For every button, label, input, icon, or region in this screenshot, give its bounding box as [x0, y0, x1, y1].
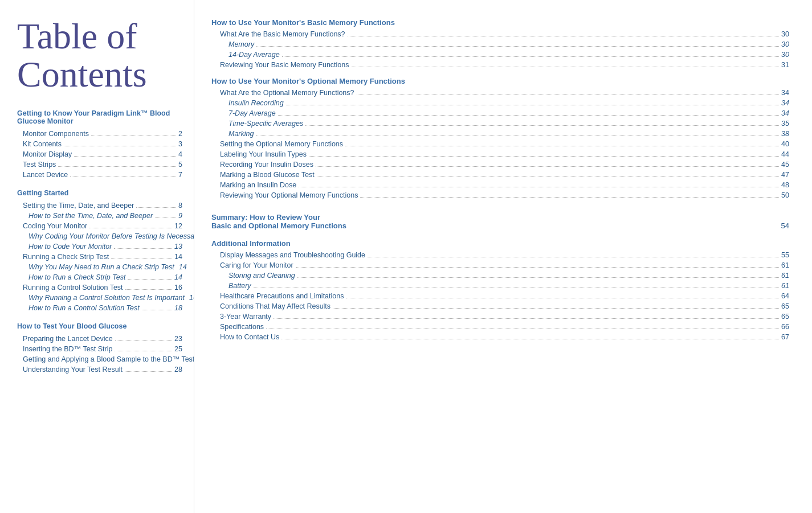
list-item: Caring for Your Monitor61: [211, 260, 789, 270]
dots: [115, 335, 172, 341]
page-number: 50: [781, 191, 789, 199]
dots: [346, 292, 779, 298]
page-number: 40: [781, 140, 789, 148]
left-section-2: Getting Started Setting the Time, Date, …: [17, 189, 182, 313]
dots: [281, 333, 779, 339]
item-label: Lancet Device: [23, 171, 68, 179]
page-number: 61: [781, 282, 789, 290]
page-number: 65: [781, 302, 789, 310]
list-item: What Are the Basic Memory Functions?30: [211, 29, 789, 39]
item-label: Why Running a Control Solution Test Is I…: [28, 294, 185, 302]
list-item: Why Running a Control Solution Test Is I…: [17, 293, 182, 303]
page-number: 13: [174, 243, 182, 251]
dots: [282, 51, 779, 57]
list-item: 7-Day Average34: [211, 108, 789, 118]
page-number: 16: [174, 284, 182, 292]
item-label: How to Contact Us: [220, 333, 279, 341]
list-item: Monitor Display4: [17, 149, 182, 159]
item-label: Setting the Optional Memory Functions: [220, 140, 343, 148]
page-number: 67: [781, 333, 789, 341]
list-item: Lancet Device7: [17, 170, 182, 180]
page-number: 34: [781, 89, 789, 97]
dots: [266, 323, 779, 329]
item-label: How to Code Your Monitor: [28, 243, 112, 251]
page-number: 3: [178, 140, 182, 148]
item-label: Recording Your Insulin Doses: [220, 161, 313, 169]
page-number: 61: [781, 261, 789, 269]
dots: [348, 30, 780, 36]
list-item: 3-Year Warranty65: [211, 311, 789, 322]
page-number: 64: [781, 292, 789, 300]
right-heading-1: How to Use Your Monitor's Optional Memor…: [211, 77, 789, 85]
dots: [333, 302, 779, 309]
page-number: 25: [174, 345, 182, 353]
list-item: Memory30: [211, 39, 789, 50]
list-item: Why You May Need to Run a Check Strip Te…: [17, 262, 182, 272]
right-section-summary: Summary: How to Review Your Basic and Op…: [211, 206, 789, 232]
page-number: 5: [178, 161, 182, 169]
dots: [305, 120, 779, 126]
right-heading-0: How to Use Your Monitor's Basic Memory F…: [211, 18, 789, 27]
item-label: Test Strips: [23, 161, 56, 169]
page-number: 9: [178, 212, 182, 220]
item-label: Reviewing Your Basic Memory Functions: [220, 61, 349, 69]
item-label: Running a Control Solution Test: [23, 284, 123, 292]
page-number: 44: [781, 150, 789, 158]
item-label: How to Run a Check Strip Test: [28, 273, 125, 281]
item-label: Why Coding Your Monitor Before Testing I…: [28, 232, 201, 240]
dots: [111, 253, 172, 259]
item-label: 3-Year Warranty: [220, 313, 271, 321]
dots: [256, 40, 779, 47]
dots: [345, 140, 779, 146]
page-number: 14: [174, 273, 182, 281]
list-item: Insulin Recording34: [211, 98, 789, 108]
item-label: Specifications: [220, 323, 264, 331]
item-label: Display Messages and Troubleshooting Gui…: [220, 251, 365, 259]
right-toc-list-0: What Are the Basic Memory Functions?30Me…: [211, 29, 789, 70]
page-title: Table of Contents: [17, 17, 182, 93]
item-label: Healthcare Precautions and Limitations: [220, 292, 344, 300]
page-number: 45: [781, 161, 789, 169]
dots: [254, 282, 779, 288]
item-label: Why You May Need to Run a Check Strip Te…: [28, 263, 174, 271]
dots: [278, 109, 779, 116]
dots: [274, 313, 779, 319]
item-label: Battery: [228, 282, 251, 290]
summary-heading-line2: Basic and Optional Memory Functions: [211, 221, 346, 230]
dots: [286, 99, 780, 105]
left-heading-3: How to Test Your Blood Glucose: [17, 322, 182, 330]
page-number: 55: [781, 251, 789, 259]
dots: [114, 243, 172, 249]
list-item: Preparing the Lancet Device23: [17, 334, 182, 344]
dots: [136, 202, 176, 208]
list-item: Inserting the BD™ Test Strip25: [17, 344, 182, 354]
right-toc-list-1: What Are the Optional Memory Functions?3…: [211, 88, 789, 200]
list-item: Running a Control Solution Test16: [17, 282, 182, 293]
list-item: Recording Your Insulin Doses45: [211, 159, 789, 170]
page-number: 2: [178, 130, 182, 138]
dots: [89, 222, 172, 228]
dots: [58, 161, 176, 167]
dots: [352, 61, 780, 67]
item-label: Reviewing Your Optional Memory Functions: [220, 191, 358, 199]
page-number: 30: [781, 40, 789, 48]
page-number: 66: [781, 323, 789, 331]
list-item: Storing and Cleaning61: [211, 270, 789, 281]
item-label: How to Set the Time, Date, and Beeper: [28, 212, 153, 220]
page: Table of Contents Getting to Know Your P…: [0, 0, 812, 513]
item-label: Conditions That May Affect Results: [220, 302, 330, 310]
dots: [317, 171, 779, 177]
item-label: Marking an Insulin Dose: [220, 181, 296, 189]
item-label: 14-Day Average: [228, 51, 280, 59]
dots: [91, 130, 176, 136]
dots: [357, 89, 780, 95]
page-number: 23: [174, 335, 182, 343]
list-item: Conditions That May Affect Results65: [211, 301, 789, 311]
item-label: Labeling Your Insulin Types: [220, 150, 307, 158]
item-label: Coding Your Monitor: [23, 222, 87, 230]
item-label: Marking: [228, 130, 254, 138]
right-section-1: How to Use Your Monitor's Optional Memor…: [211, 77, 789, 200]
dots: [74, 150, 176, 157]
list-item: How to Run a Control Solution Test18: [17, 303, 182, 313]
page-number: 38: [781, 130, 789, 138]
